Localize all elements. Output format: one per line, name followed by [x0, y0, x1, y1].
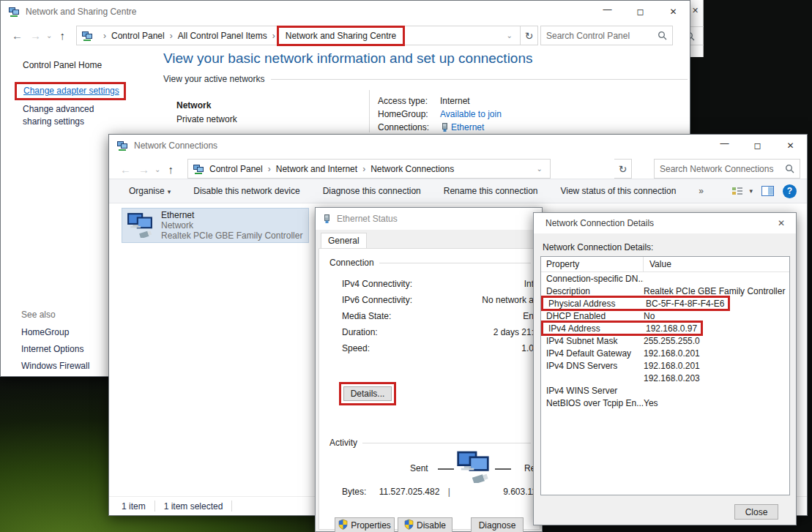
table-row[interactable]: NetBIOS over Tcpip En... Yes [541, 397, 789, 409]
search-input[interactable] [546, 31, 658, 41]
info-value-text[interactable]: Internet [440, 96, 470, 106]
breadcrumb-item[interactable]: All Control Panel Items [174, 31, 271, 41]
ethernet-connection-item[interactable]: Ethernet Network Realtek PCIe GBE Family… [122, 208, 309, 243]
nc-breadcrumb[interactable]: Control Panel Network and Internet Netwo… [187, 159, 551, 179]
breadcrumb-item[interactable]: Network and Sharing Centre [277, 26, 405, 46]
bytes-label: Bytes: [342, 487, 366, 497]
see-also-link[interactable]: Internet Options [21, 344, 89, 361]
details-button[interactable]: Details... [343, 386, 392, 401]
close-button[interactable]: Close [734, 504, 778, 520]
close-icon[interactable]: ✕ [692, 6, 699, 15]
table-row[interactable]: IPv4 WINS Server [541, 384, 789, 397]
search-input[interactable] [660, 164, 785, 174]
location-icon [193, 163, 204, 175]
breadcrumb-item[interactable]: Network Connections [367, 164, 458, 174]
table-row[interactable]: Physical Address BC-5F-F4-8F-F4-E6 [541, 296, 730, 311]
back-icon[interactable]: ← [12, 29, 23, 42]
minimize-button[interactable]: — [708, 135, 741, 156]
see-also-link[interactable]: HomeGroup [21, 327, 89, 344]
table-row[interactable]: IPv4 Default Gateway 192.168.0.201 [541, 347, 789, 359]
tab-general[interactable]: General [321, 233, 367, 250]
nc-searchbox[interactable] [654, 159, 800, 179]
breadcrumb-item[interactable]: Control Panel [108, 31, 168, 41]
breadcrumb-item[interactable]: Control Panel [206, 164, 267, 174]
status-value: En [391, 311, 534, 321]
connection-group-label: Connection [329, 258, 531, 268]
divider [495, 468, 511, 470]
chevron-down-icon: ▾ [749, 187, 753, 195]
toolbar-command[interactable]: Diagnose this connection [323, 186, 421, 196]
search-icon[interactable] [658, 31, 667, 40]
table-row[interactable]: Connection-specific DN... [541, 272, 789, 285]
table-row[interactable]: 192.168.0.203 [541, 372, 789, 384]
view-options-icon[interactable]: ▾ [731, 186, 753, 196]
column-value[interactable]: Value [644, 259, 671, 269]
value-cell: 255.255.255.0 [644, 336, 700, 346]
refresh-icon[interactable]: ↻ [614, 159, 632, 179]
status-label: IPv6 Connectivity: [342, 295, 412, 305]
breadcrumb-dropdown-icon[interactable]: ⌄ [532, 165, 547, 173]
nsc-searchbox[interactable] [540, 26, 673, 45]
breadcrumb-item[interactable]: Network and Internet [272, 164, 361, 174]
info-value-text[interactable]: Ethernet [451, 122, 484, 132]
network-info-row: Connections: Ethernet [378, 121, 502, 134]
forward-icon[interactable]: → [30, 29, 41, 42]
dialog-button[interactable]: Diagnose [471, 517, 524, 532]
toolbar-command[interactable]: View status of this connection [560, 186, 676, 196]
table-row[interactable]: IPv4 Subnet Mask 255.255.255.0 [541, 334, 789, 347]
status-label: Media State: [342, 311, 391, 321]
network-icon [8, 6, 20, 18]
toolbar-command[interactable]: Rename this connection [444, 186, 538, 196]
location-icon [81, 30, 93, 42]
nc-toolbar: Organise▾ Disable this network deviceDia… [109, 179, 807, 203]
maximize-button[interactable]: ◻ [624, 1, 657, 22]
close-icon[interactable]: ✕ [772, 216, 790, 231]
dialog-button[interactable]: Disable [398, 517, 452, 532]
nsc-breadcrumb[interactable]: Control Panel All Control Panel Items Ne… [76, 26, 521, 45]
sidebar-item-control-panel-home[interactable]: Control Panel Home [23, 60, 102, 70]
status-row: Media State: En [342, 308, 534, 324]
divider [154, 501, 155, 512]
sidebar-item-change-adapter-settings[interactable]: Change adapter settings [23, 86, 119, 96]
details-annotation: Details... [339, 382, 396, 405]
property-cell: IPv4 Default Gateway [546, 348, 644, 359]
connection-device: Realtek PCIe GBE Family Controller [161, 231, 302, 241]
network-info-row: Access type: Internet [378, 94, 502, 108]
up-icon[interactable]: ↑ [168, 163, 174, 176]
bytes-row: Bytes: 11.527.025.482 | 9.603.11 [342, 487, 537, 497]
close-button[interactable]: ✕ [774, 135, 807, 156]
refresh-icon[interactable]: ↻ [521, 26, 538, 45]
back-icon[interactable]: ← [120, 163, 131, 176]
history-chevron-icon[interactable]: ⌄ [46, 31, 52, 40]
ethernet-connector-icon [322, 214, 331, 224]
selected-count: 1 item selected [164, 501, 223, 512]
history-chevron-icon[interactable]: ⌄ [154, 165, 160, 173]
nc-titlebar: Network Connections — ◻ ✕ [109, 135, 807, 157]
preview-pane-icon[interactable] [761, 186, 774, 196]
toolbar-command[interactable]: Disable this network device [193, 186, 299, 196]
table-row[interactable]: IPv4 DNS Servers 192.168.0.201 [541, 359, 789, 372]
maximize-button[interactable]: ◻ [741, 135, 774, 156]
table-header[interactable]: Property Value [541, 257, 789, 272]
status-row: IPv4 Connectivity: Int [342, 276, 534, 292]
divider [369, 90, 370, 132]
breadcrumb-dropdown-icon[interactable]: ⌄ [502, 31, 517, 40]
sidebar-item-change-advanced-sharing[interactable]: Change advanced sharing settings [23, 103, 118, 128]
organise-menu[interactable]: Organise▾ [129, 186, 171, 196]
dialog-button[interactable]: Properties [335, 517, 395, 532]
toolbar-overflow-icon[interactable]: » [699, 186, 704, 196]
forward-icon[interactable]: → [138, 163, 149, 176]
details-list-label: Network Connection Details: [543, 242, 653, 252]
details-table: Property Value Connection-specific DN...… [540, 256, 790, 495]
search-icon[interactable] [785, 164, 794, 173]
ethernet-adapter-icon [126, 211, 154, 240]
up-icon[interactable]: ↑ [59, 29, 65, 42]
close-button[interactable]: ✕ [657, 1, 690, 22]
minimize-button[interactable]: — [591, 1, 624, 22]
column-property[interactable]: Property [541, 257, 644, 272]
see-also-link[interactable]: Windows Firewall [21, 361, 89, 378]
property-cell: NetBIOS over Tcpip En... [546, 398, 644, 408]
info-value-text[interactable]: Available to join [440, 109, 502, 119]
help-icon[interactable]: ? [783, 184, 797, 198]
table-row[interactable]: IPv4 Address 192.168.0.97 [541, 321, 703, 336]
